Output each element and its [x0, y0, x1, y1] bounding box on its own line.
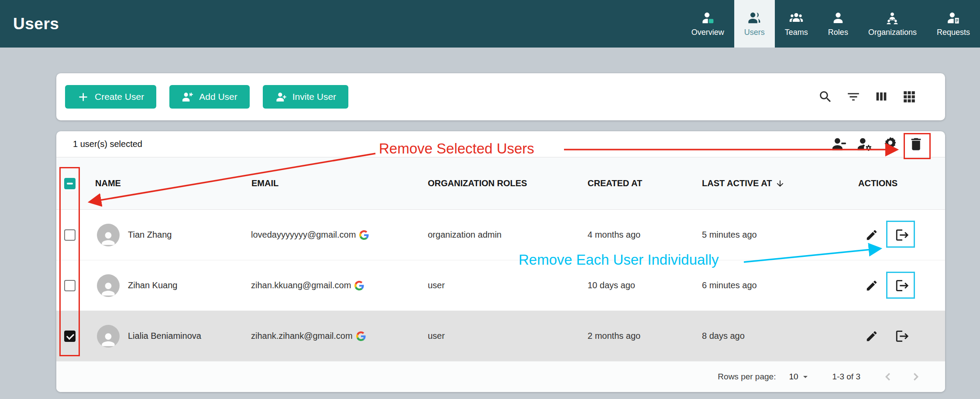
column-header-actions: ACTIONS — [854, 178, 945, 188]
user-name: Lialia Beniaminova — [128, 331, 201, 341]
row-checkbox[interactable] — [64, 280, 76, 291]
last-active-label: LAST ACTIVE AT — [702, 178, 772, 188]
pagination-bar: Rows per page: 10 1-3 of 3 — [56, 361, 945, 392]
nav-item-users[interactable]: Users — [734, 0, 775, 48]
cell-actions — [854, 228, 945, 242]
user-name: Zihan Kuang — [128, 280, 177, 290]
edit-user-icon[interactable] — [865, 279, 878, 292]
requests-person-document-icon — [946, 11, 960, 25]
remove-user-icon[interactable] — [895, 278, 910, 293]
toolbar-view-icons — [818, 89, 936, 104]
add-user-label: Add User — [199, 92, 237, 102]
previous-page-icon[interactable] — [881, 370, 894, 383]
user-email: zihank.zihank@gmail.com — [251, 331, 353, 341]
table-header-row: NAME EMAIL ORGANIZATION ROLES CREATED AT… — [56, 157, 945, 210]
google-icon — [359, 230, 369, 240]
table-row[interactable]: Zihan Kuang zihan.kkuang@gmail.com user … — [56, 260, 945, 311]
table-body: Tian Zhang lovedayyyyyyy@gmail.com organ… — [56, 210, 945, 361]
nav-item-roles[interactable]: Roles — [818, 0, 858, 48]
overview-person-badge-icon — [701, 11, 715, 25]
users-table-card: 1 user(s) selected NAME EMAIL ORGANIZATI… — [56, 131, 945, 392]
cell-name: Lialia Beniaminova — [91, 325, 248, 348]
row-checkbox-cell — [56, 331, 91, 342]
filter-icon[interactable] — [846, 89, 861, 104]
users-people-icon — [747, 11, 761, 25]
remove-user-icon[interactable] — [895, 329, 910, 344]
organizations-hierarchy-icon — [885, 11, 899, 25]
user-email: zihan.kkuang@gmail.com — [251, 280, 351, 290]
caret-down-icon — [800, 372, 811, 382]
user-email: lovedayyyyyyy@gmail.com — [251, 230, 356, 240]
header-checkbox-cell — [56, 178, 91, 189]
cell-actions — [854, 329, 945, 344]
column-header-last-active[interactable]: LAST ACTIVE AT — [698, 178, 854, 188]
toolbar-card: Create User Add User Invite User — [56, 73, 945, 120]
cell-name: Tian Zhang — [91, 224, 248, 246]
user-name: Tian Zhang — [128, 230, 172, 240]
nav-item-overview[interactable]: Overview — [681, 0, 734, 48]
add-user-button[interactable]: Add User — [169, 85, 250, 109]
select-all-checkbox[interactable] — [64, 178, 76, 189]
create-user-label: Create User — [95, 92, 144, 102]
invite-user-icon — [275, 91, 287, 103]
cell-actions — [854, 278, 945, 293]
users-admin-page: Users Overview Users Teams Roles Organiz… — [0, 0, 980, 399]
row-checkbox[interactable] — [64, 331, 76, 342]
bulk-action-icons — [831, 136, 945, 152]
remove-user-role-icon[interactable] — [831, 136, 847, 152]
user-certification-icon[interactable] — [882, 136, 898, 152]
sort-descending-icon[interactable] — [775, 179, 785, 188]
column-header-org-roles[interactable]: ORGANIZATION ROLES — [424, 178, 584, 188]
roles-person-icon — [831, 11, 845, 25]
row-checkbox-cell — [56, 229, 91, 241]
search-icon[interactable] — [818, 89, 833, 104]
row-checkbox[interactable] — [64, 229, 76, 241]
column-header-name[interactable]: NAME — [91, 178, 248, 188]
pagination-range: 1-3 of 3 — [832, 372, 860, 382]
google-icon — [356, 331, 366, 341]
column-header-created-at[interactable]: CREATED AT — [584, 178, 698, 188]
page-title: Users — [13, 15, 59, 33]
top-bar: Users Overview Users Teams Roles Organiz… — [0, 0, 980, 48]
invite-user-label: Invite User — [292, 92, 336, 102]
edit-user-icon[interactable] — [865, 228, 878, 242]
nav-item-teams[interactable]: Teams — [775, 0, 818, 48]
nav-label: Organizations — [868, 28, 917, 37]
cell-name: Zihan Kuang — [91, 274, 248, 297]
person-icon — [99, 229, 118, 246]
table-row[interactable]: Lialia Beniaminova zihank.zihank@gmail.c… — [56, 311, 945, 361]
user-settings-icon[interactable] — [856, 136, 873, 152]
grid-view-icon[interactable] — [902, 89, 917, 104]
avatar — [97, 224, 120, 246]
column-header-email[interactable]: EMAIL — [248, 178, 424, 188]
google-icon — [354, 281, 364, 290]
nav-item-organizations[interactable]: Organizations — [858, 0, 927, 48]
rows-per-page-select[interactable]: 10 — [789, 372, 810, 382]
nav-label: Teams — [785, 28, 808, 37]
person-icon — [99, 330, 118, 348]
cell-last-active: 6 minutes ago — [698, 280, 854, 290]
remove-user-icon[interactable] — [895, 228, 910, 242]
invite-user-button[interactable]: Invite User — [263, 85, 348, 109]
delete-selected-users-icon[interactable] — [908, 136, 924, 152]
avatar — [97, 274, 120, 297]
selection-count-text: 1 user(s) selected — [73, 139, 142, 149]
pager-controls — [881, 370, 922, 383]
avatar — [97, 325, 120, 348]
next-page-icon[interactable] — [909, 370, 922, 383]
rows-per-page-value: 10 — [789, 372, 798, 382]
cell-email: lovedayyyyyyy@gmail.com — [248, 230, 424, 240]
edit-user-icon[interactable] — [865, 330, 878, 343]
columns-view-icon[interactable] — [874, 89, 889, 104]
cell-last-active: 5 minutes ago — [698, 230, 854, 240]
nav-item-requests[interactable]: Requests — [927, 0, 980, 48]
person-icon — [99, 280, 118, 297]
teams-group-icon — [789, 11, 803, 25]
table-row[interactable]: Tian Zhang lovedayyyyyyy@gmail.com organ… — [56, 210, 945, 260]
nav-label: Roles — [828, 28, 848, 37]
cell-last-active: 8 days ago — [698, 331, 854, 341]
cell-email: zihank.zihank@gmail.com — [248, 331, 424, 341]
top-nav: Overview Users Teams Roles Organizations — [681, 0, 980, 48]
create-user-button[interactable]: Create User — [65, 85, 156, 109]
selection-bar: 1 user(s) selected — [56, 131, 945, 157]
